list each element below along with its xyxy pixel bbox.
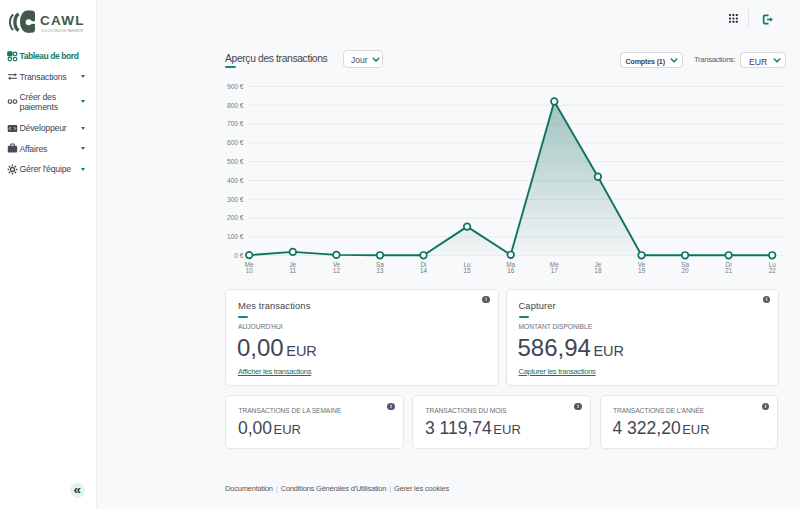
svg-text:600 €: 600 €: [227, 139, 244, 146]
svg-text:20: 20: [682, 267, 690, 274]
svg-text:700 €: 700 €: [227, 120, 244, 127]
svg-text:16: 16: [507, 267, 515, 274]
svg-text:10: 10: [246, 267, 254, 274]
svg-text:200 €: 200 €: [227, 214, 244, 221]
svg-text:12: 12: [333, 267, 341, 274]
svg-text:22: 22: [769, 267, 777, 274]
svg-text:13: 13: [376, 267, 384, 274]
svg-text:15: 15: [464, 267, 472, 274]
svg-text:14: 14: [420, 267, 428, 274]
svg-text:11: 11: [289, 267, 296, 274]
svg-text:21: 21: [725, 267, 733, 274]
svg-text:500 €: 500 €: [227, 158, 244, 165]
svg-text:17: 17: [551, 267, 559, 274]
svg-text:100 €: 100 €: [227, 233, 244, 240]
svg-text:800 €: 800 €: [227, 102, 244, 109]
svg-text:400 €: 400 €: [227, 177, 244, 184]
svg-text:0 €: 0 €: [234, 252, 243, 259]
svg-text:19: 19: [638, 267, 646, 274]
svg-text:18: 18: [594, 267, 602, 274]
svg-text:300 €: 300 €: [227, 196, 244, 203]
svg-text:900 €: 900 €: [227, 83, 244, 90]
